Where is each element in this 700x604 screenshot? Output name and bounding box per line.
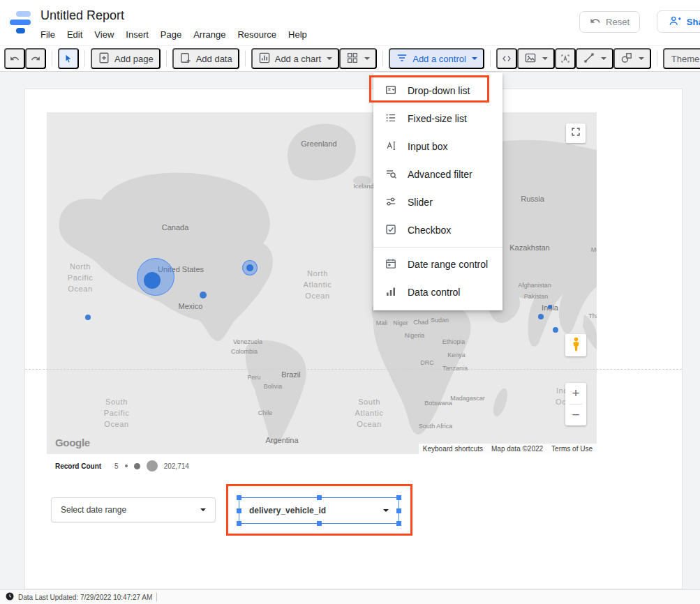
looker-studio-app: Untitled Report File Edit View Insert Pa… [0, 0, 700, 604]
menu-arrange[interactable]: Arrange [193, 29, 225, 40]
logo-bar [16, 28, 25, 33]
menu-insert[interactable]: Insert [126, 29, 149, 40]
map-bubble [144, 272, 161, 289]
selection-handle[interactable] [396, 495, 401, 500]
menu-item-date-range-control[interactable]: Date range control [373, 250, 502, 278]
street-view-pegman-button[interactable] [565, 334, 586, 356]
menu-item-label: Drop-down list [408, 85, 470, 96]
add-control-label: Add a control [412, 54, 466, 64]
google-maps-logo: Google [55, 437, 90, 448]
menu-item-input-box[interactable]: Input box [373, 133, 502, 160]
add-data-button[interactable]: Add data [172, 48, 239, 69]
terms-of-use-link[interactable]: Terms of Use [547, 444, 597, 454]
shape-tool-button[interactable] [613, 48, 651, 69]
menu-resource[interactable]: Resource [237, 29, 276, 40]
toolbar-divider [490, 51, 491, 66]
add-page-button[interactable]: Add page [91, 48, 161, 69]
reset-button[interactable]: Reset [579, 11, 640, 33]
data-control-icon [385, 285, 397, 300]
menu-item-slider[interactable]: Slider [373, 188, 502, 216]
report-canvas[interactable]: GreenlandIcelandCanadaUnited StatesMexic… [24, 89, 683, 589]
add-a-control-button[interactable]: Add a control [389, 48, 484, 69]
select-tool-button[interactable] [58, 48, 79, 69]
toolbar-divider [52, 51, 52, 66]
geo-bubble-map-chart[interactable]: GreenlandIcelandCanadaUnited StatesMexic… [47, 112, 597, 454]
menu-divider [373, 247, 502, 248]
map-zoom-control: + − [565, 383, 586, 425]
data-freshness-icon [6, 592, 14, 602]
selection-handle[interactable] [396, 521, 401, 526]
image-tool-button[interactable] [517, 48, 555, 69]
map-bubble [200, 292, 207, 299]
logo-bar [16, 11, 31, 17]
checkbox-icon [385, 223, 397, 238]
redo-button[interactable] [25, 48, 46, 69]
data-studio-logo[interactable] [10, 10, 33, 34]
map-data-copyright: Map data ©2022 [487, 444, 547, 454]
line-tool-button[interactable] [576, 48, 613, 69]
menubar: File Edit View Insert Page Arrange Resou… [40, 29, 307, 40]
menu-item-label: Input box [408, 141, 448, 152]
map-bubble [85, 315, 91, 320]
status-bar: Data Last Updated: 7/29/2022 10:47:27 AM [0, 589, 700, 604]
embed-code-button[interactable] [496, 48, 517, 69]
report-title[interactable]: Untitled Report [40, 8, 124, 23]
map-fullscreen-button[interactable] [566, 123, 586, 143]
menu-file[interactable]: File [40, 29, 55, 40]
selection-handle[interactable] [237, 495, 241, 500]
add-chart-icon [258, 52, 271, 66]
logo-bar [10, 20, 31, 25]
dropdown-list-control-selected[interactable]: delivery_vehicle_id [239, 497, 399, 524]
add-data-icon [179, 52, 192, 66]
chevron-down-icon [601, 57, 606, 60]
theme-label: Theme and layout [671, 54, 700, 64]
selection-handle[interactable] [317, 495, 322, 500]
zoom-in-button[interactable]: + [565, 383, 586, 404]
map-bubble [548, 305, 552, 309]
legend-min-value: 5 [114, 462, 119, 470]
toolbar-divider [84, 51, 85, 66]
legend-medium-dot [134, 463, 140, 469]
text-tool-button[interactable] [555, 48, 576, 69]
selection-handle[interactable] [317, 521, 322, 526]
menu-item-label: Date range control [408, 259, 488, 270]
selection-handle[interactable] [237, 508, 241, 513]
chevron-down-icon [542, 57, 548, 60]
menu-item-label: Advanced filter [408, 169, 472, 180]
selection-handle[interactable] [396, 508, 401, 513]
zoom-out-button[interactable]: − [565, 405, 586, 425]
shape-icon [620, 52, 633, 66]
chevron-down-icon [200, 508, 206, 511]
selection-handle[interactable] [237, 521, 241, 526]
menu-item-drop-down-list[interactable]: Drop-down list [373, 77, 502, 105]
add-page-label: Add page [114, 54, 154, 64]
community-visualizations-icon [346, 52, 359, 66]
toolbar-divider [245, 51, 246, 66]
toolbar: Add page Add data Add a chart Add a cont… [0, 45, 700, 72]
dropdown-control-label: delivery_vehicle_id [249, 506, 326, 515]
menu-page[interactable]: Page [161, 29, 181, 40]
menu-view[interactable]: View [94, 29, 114, 40]
date-range-control[interactable]: Select date range [51, 497, 216, 522]
share-button[interactable]: Share [657, 10, 700, 33]
theme-and-layout-button[interactable]: Theme and layout [663, 48, 700, 69]
menu-item-label: Slider [408, 197, 433, 208]
filter-list-icon [396, 52, 408, 66]
add-page-icon [98, 52, 110, 66]
bubble-size-legend: Record Count 5 202,714 [55, 460, 189, 472]
menu-item-fixed-size-list[interactable]: Fixed-size list [373, 105, 502, 133]
undo-button[interactable] [4, 48, 25, 69]
add-chart-button[interactable]: Add a chart [251, 48, 340, 69]
menu-item-checkbox[interactable]: Checkbox [373, 216, 502, 244]
menu-item-advanced-filter[interactable]: Advanced filter [373, 160, 502, 188]
legend-large-dot [147, 460, 158, 471]
menu-help[interactable]: Help [288, 29, 307, 40]
menu-edit[interactable]: Edit [67, 29, 82, 40]
slider-icon [385, 195, 397, 210]
chevron-down-icon [364, 57, 370, 60]
chevron-down-icon [383, 509, 389, 512]
keyboard-shortcuts-link[interactable]: Keyboard shortcuts [419, 444, 487, 454]
community-visualizations-button[interactable] [339, 48, 377, 69]
menu-item-data-control[interactable]: Data control [373, 278, 502, 306]
toolbar-divider [657, 51, 657, 66]
